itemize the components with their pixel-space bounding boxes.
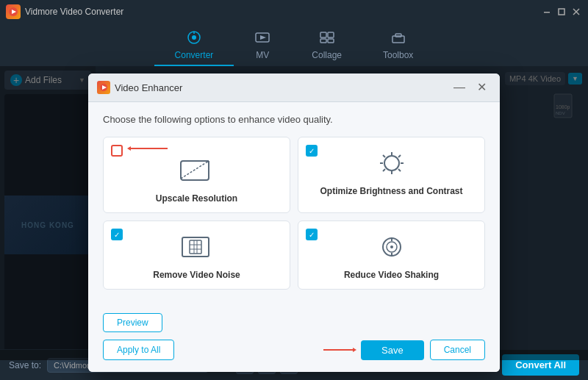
tab-toolbox-label: Toolbox	[383, 50, 413, 60]
maximize-button[interactable]	[556, 6, 567, 18]
cancel-button[interactable]: Cancel	[430, 340, 485, 360]
shaking-label: Reduce Video Shaking	[344, 270, 439, 280]
collage-icon	[319, 31, 335, 48]
modal-minimize-button[interactable]: —	[449, 79, 470, 96]
save-to-label: Save to:	[9, 360, 41, 370]
modal-description: Choose the following options to enhance …	[103, 114, 485, 125]
svg-rect-38	[190, 240, 201, 254]
option-noise[interactable]: Remove Video Noise	[103, 221, 290, 290]
noise-icon	[178, 233, 216, 264]
svg-line-35	[398, 155, 401, 157]
arrow-to-checkbox	[127, 143, 171, 154]
tab-mv-label: MV	[256, 50, 269, 60]
upscale-icon	[178, 157, 216, 187]
tab-collage-label: Collage	[312, 50, 342, 60]
modal-close-button[interactable]: ✕	[473, 80, 491, 95]
tab-collage[interactable]: Collage	[291, 26, 362, 66]
svg-line-36	[383, 169, 385, 171]
tab-toolbox[interactable]: Toolbox	[362, 26, 434, 66]
apply-all-button[interactable]: Apply to All	[103, 340, 174, 360]
footer-row-actions: Apply to All Save Ca	[103, 340, 485, 360]
svg-line-25	[181, 161, 209, 179]
svg-point-7	[192, 35, 196, 40]
svg-marker-49	[353, 348, 356, 352]
option-upscale[interactable]: Upscale Resolution	[103, 137, 290, 213]
converter-icon	[186, 31, 202, 48]
tab-mv[interactable]: MV	[234, 26, 291, 66]
save-arrow	[320, 345, 356, 355]
upscale-checkbox[interactable]	[111, 145, 123, 157]
save-button[interactable]: Save	[361, 340, 424, 360]
title-bar-left: Vidmore Video Converter	[6, 4, 123, 19]
minimize-button[interactable]	[541, 6, 553, 18]
modal-app-icon	[97, 81, 110, 94]
svg-rect-14	[328, 39, 334, 43]
mv-icon	[254, 31, 270, 48]
modal-header: Video Enhancer — ✕	[88, 74, 500, 102]
modal-overlay: Video Enhancer — ✕ Choose the following …	[0, 66, 588, 360]
footer-row-preview: Preview	[103, 313, 485, 332]
svg-rect-12	[328, 32, 334, 37]
brightness-label: Optimize Brightness and Contrast	[320, 186, 462, 196]
svg-marker-10	[260, 35, 266, 40]
modal-controls: — ✕	[449, 79, 491, 96]
options-grid: Upscale Resolution	[103, 137, 485, 290]
svg-rect-3	[559, 9, 564, 15]
svg-line-34	[398, 169, 401, 171]
option-shaking[interactable]: Reduce Video Shaking	[298, 221, 485, 290]
noise-label: Remove Video Noise	[153, 270, 240, 280]
brightness-checkbox[interactable]	[306, 145, 318, 157]
tab-converter[interactable]: Converter	[154, 26, 234, 66]
svg-marker-23	[127, 146, 131, 151]
main-area: + Add Files ▼ HONG KONG MP4 4K Video ▼ 1…	[0, 66, 588, 360]
upscale-label: Upscale Resolution	[156, 193, 237, 204]
save-button-container: Save	[361, 340, 424, 360]
modal-title-row: Video Enhancer	[97, 81, 182, 94]
shaking-checkbox[interactable]	[306, 229, 318, 240]
shaking-icon	[374, 233, 409, 264]
brightness-icon	[374, 149, 409, 180]
svg-rect-24	[181, 161, 209, 180]
svg-rect-16	[395, 34, 401, 37]
modal-footer: Preview Apply to All	[88, 313, 500, 372]
toolbox-icon	[390, 31, 406, 48]
preview-button[interactable]: Preview	[103, 313, 162, 332]
svg-rect-11	[320, 32, 326, 37]
app-title: Vidmore Video Converter	[25, 7, 123, 17]
title-bar-controls	[541, 6, 582, 18]
footer-action-buttons: Save Cancel	[361, 340, 485, 360]
app-icon	[6, 4, 21, 19]
video-enhancer-modal: Video Enhancer — ✕ Choose the following …	[88, 74, 500, 372]
title-bar: Vidmore Video Converter	[0, 0, 588, 24]
svg-point-45	[390, 245, 393, 248]
modal-title: Video Enhancer	[115, 82, 182, 93]
modal-body: Choose the following options to enhance …	[88, 102, 500, 313]
svg-point-28	[384, 156, 399, 171]
nav-tabs: Converter MV Collage Toolb	[0, 24, 588, 66]
svg-rect-13	[320, 39, 326, 43]
tab-converter-label: Converter	[175, 50, 214, 60]
svg-line-33	[383, 155, 385, 157]
svg-rect-2	[544, 12, 550, 13]
close-button[interactable]	[570, 6, 582, 18]
noise-checkbox[interactable]	[111, 229, 123, 240]
option-brightness[interactable]: Optimize Brightness and Contrast	[298, 137, 485, 213]
